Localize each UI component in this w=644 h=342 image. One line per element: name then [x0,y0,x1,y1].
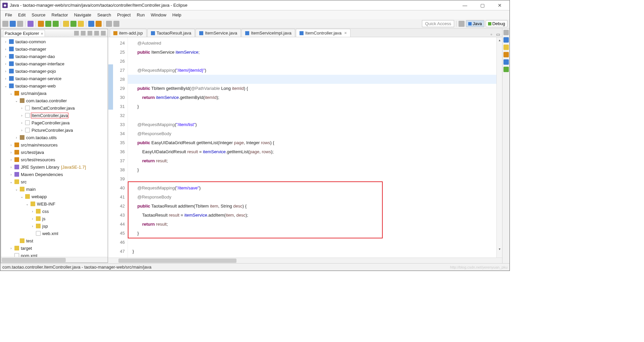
perspective-java[interactable]: Java [466,20,484,27]
code-line[interactable]: @ResponseBody [132,192,496,202]
close-button[interactable]: ✕ [492,0,507,10]
tree-item[interactable]: ›jsp [3,222,108,230]
tree-item[interactable]: ›src/test/java [3,149,108,156]
tasklist-icon[interactable] [503,37,509,43]
junit-icon[interactable] [503,67,509,72]
javadoc-icon[interactable] [503,59,509,65]
tree-item[interactable]: ›ItemController.java [3,112,108,119]
code-line[interactable]: @Autowired [132,39,496,48]
tree-item[interactable]: test [3,237,108,244]
tree-item[interactable]: ›Maven Dependencies [3,171,108,178]
code-line[interactable]: public EasyUIDataGridResult getItemList(… [132,138,496,147]
twisty-icon[interactable]: › [20,128,24,132]
editor-hscroll[interactable] [108,258,502,263]
twisty-icon[interactable]: › [20,114,24,117]
code-line[interactable]: } [132,247,496,256]
tree-item[interactable]: ›PageController.java [3,119,108,126]
collapse-all-icon[interactable] [74,31,79,36]
tree-item[interactable]: ⌄src/main/java [3,90,108,97]
run-icon[interactable] [45,21,51,27]
menu-run[interactable]: Run [134,11,148,18]
twisty-icon[interactable]: › [31,210,35,213]
code-line[interactable]: EasyUIDataGridResult result = itemServic… [132,147,496,156]
view-menu-icon[interactable] [88,31,92,36]
toggle-icon[interactable] [28,21,34,27]
menu-navigate[interactable]: Navigate [71,11,94,18]
twisty-icon[interactable]: › [4,40,8,44]
tree-item[interactable]: ⌄main [3,185,108,193]
coverage-icon[interactable] [53,21,59,27]
tree-item[interactable]: ›PictureController.java [3,126,108,134]
openfile-icon[interactable] [88,21,94,27]
tree-item[interactable]: ›taotao-manager-dao [3,53,108,60]
code-line[interactable]: TaotaoResult result = itemService.addIte… [132,211,496,220]
scroll-up-icon[interactable]: ▴ [497,37,502,43]
code-line[interactable]: return result; [132,156,496,165]
save-icon[interactable] [10,21,16,27]
open-perspective-icon[interactable] [459,21,465,27]
tree-item[interactable]: ⌄com.taotao.controller [3,97,108,104]
twisty-icon[interactable]: › [4,69,8,73]
link-editor-icon[interactable] [81,31,86,36]
tree-item[interactable]: ›taotao-manager-service [3,75,108,82]
tree-item[interactable]: web.xml [3,230,108,237]
code-line[interactable]: @ResponseBody [132,129,496,138]
twisty-icon[interactable]: › [31,224,35,228]
code-line[interactable]: } [132,229,496,238]
tree-item[interactable]: ›com.taotao.utils [3,134,108,141]
menu-file[interactable]: File [2,11,15,18]
code-editor[interactable]: 2425262728293031323334353637383940414243… [108,37,502,258]
horizontal-scrollbar[interactable] [1,257,108,263]
search-icon[interactable] [96,21,102,27]
editor-tab[interactable]: ItemController.java✕ [296,29,351,37]
code-line[interactable] [132,57,496,66]
scroll-down-icon[interactable]: ▾ [497,246,502,252]
minimize-editor-icon[interactable]: ▫ [489,32,494,37]
maximize-view-icon[interactable] [101,31,106,36]
new-icon[interactable] [2,21,8,27]
menu-help[interactable]: Help [170,11,184,18]
tree-item[interactable]: ⌄taotao-manager-web [3,82,108,90]
twisty-icon[interactable]: › [9,165,13,169]
editor-tab[interactable]: ItemService.java [196,29,241,37]
tree-item[interactable]: ›js [3,215,108,222]
code-line[interactable]: } [132,102,496,111]
tree-item[interactable]: ›JRE System Library [JavaSE-1.7] [3,163,108,171]
twisty-icon[interactable]: › [9,151,13,154]
code-line[interactable]: @RequestMapping("/item/{itemId}") [132,66,496,75]
view-title[interactable]: Package Explorer ✕ [3,30,45,37]
editor-tab[interactable]: TaotaoResult.java [147,29,195,37]
menu-refactor[interactable]: Refactor [49,11,71,18]
forward-icon[interactable] [113,21,119,27]
close-view-icon[interactable]: ✕ [40,32,44,36]
tree-item[interactable]: ›taotao-common [3,38,108,45]
twisty-icon[interactable]: ⌄ [20,195,24,198]
twisty-icon[interactable]: › [9,143,13,147]
newclass-icon[interactable] [70,21,76,27]
tree-item[interactable]: ⌄src [3,178,108,185]
code-line[interactable] [132,238,496,247]
menu-edit[interactable]: Edit [15,11,28,18]
twisty-icon[interactable]: › [20,106,24,110]
code-line[interactable]: return itemService.getItemById(itemId); [132,93,496,102]
menu-window[interactable]: Window [148,11,169,18]
tree-item[interactable]: ⌄webapp [3,193,108,200]
menu-project[interactable]: Project [114,11,133,18]
twisty-icon[interactable]: › [31,217,35,221]
code-line[interactable] [132,174,496,183]
twisty-icon[interactable]: › [14,136,18,139]
maximize-button[interactable]: ▢ [475,0,490,10]
debug-icon[interactable] [38,21,44,27]
tree-item[interactable]: ›src/main/resources [3,141,108,149]
twisty-icon[interactable]: › [4,55,8,58]
project-tree[interactable]: ›taotao-common›taotao-manager›taotao-man… [1,37,108,257]
twisty-icon[interactable]: › [20,121,24,125]
code-line[interactable]: @RequestMapping("/item/save") [132,183,496,192]
perspective-debug[interactable]: Debug [486,20,507,27]
twisty-icon[interactable]: ⌄ [14,187,18,191]
maximize-editor-icon[interactable]: ▭ [495,32,501,37]
code-line[interactable]: return result; [132,220,496,229]
twisty-icon[interactable]: ⌄ [25,202,29,206]
menu-source[interactable]: Source [29,11,48,18]
code-line[interactable]: @RequestMapping("/item/list") [132,120,496,129]
